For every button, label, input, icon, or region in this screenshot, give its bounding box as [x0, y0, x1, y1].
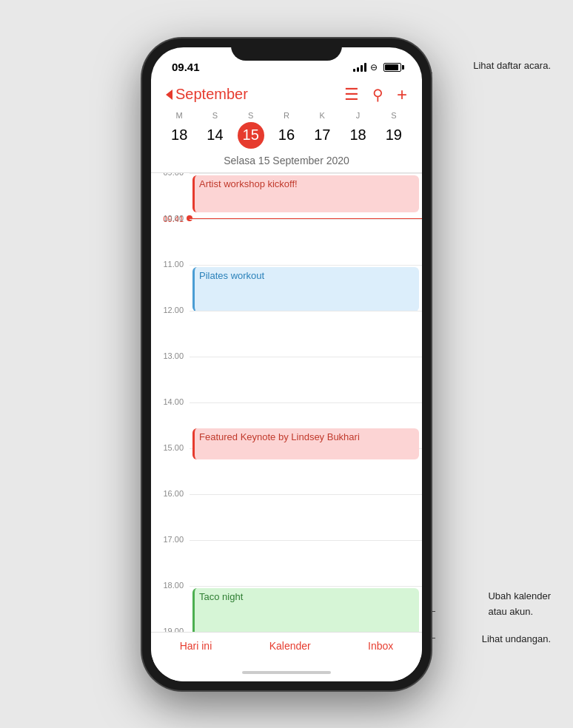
- time-line-09: Artist workshop kickoff!: [190, 173, 422, 219]
- signal-bar-4: [364, 63, 366, 72]
- week-day-label-j: J: [356, 111, 361, 120]
- time-line-18: Taco night: [190, 586, 422, 632]
- time-label-16: 16.00: [151, 489, 190, 535]
- time-row-15: 15.00 Featured Keynote by Lindsey Bukhar…: [151, 448, 422, 494]
- timeline[interactable]: 09.00 Artist workshop kickoff! 09.41: [151, 173, 422, 632]
- callout-inbox: Lihat undangan.: [482, 633, 551, 644]
- time-row-12: 12.00: [151, 311, 422, 357]
- event-pilates-title: Pilates workout: [199, 270, 264, 281]
- nav-month: September: [175, 86, 248, 103]
- time-label-15: 15.00: [151, 443, 190, 489]
- status-icons: ⊖: [353, 62, 401, 73]
- time-line-10: [190, 219, 422, 265]
- signal-bar-3: [361, 65, 363, 72]
- battery-icon: [383, 63, 401, 72]
- time-row-17: 17.00: [151, 540, 422, 586]
- event-keynote[interactable]: Featured Keynote by Lindsey Bukhari: [192, 428, 419, 459]
- home-bar: [242, 671, 331, 674]
- time-label-19: 19.00: [151, 627, 190, 632]
- event-artist-workshop-title: Artist workshop kickoff!: [199, 178, 298, 189]
- time-row-18: 18.00 Taco night: [151, 586, 422, 632]
- signal-bars: [353, 63, 366, 72]
- tab-bar: Hari ini Kalender Inbox: [151, 632, 422, 667]
- nav-icons: ☰ ⚲ +: [344, 84, 407, 105]
- signal-bar-1: [353, 69, 355, 72]
- phone-frame: 09.41 ⊖ Sep: [142, 38, 431, 690]
- week-day-num-mon: 18: [166, 122, 192, 149]
- tab-today[interactable]: Hari ini: [180, 640, 212, 652]
- event-taco-night-title: Taco night: [199, 591, 243, 602]
- time-row-16: 16.00: [151, 494, 422, 540]
- callout-calendar: Ubah kalenderatau akun.: [488, 589, 551, 620]
- add-icon[interactable]: +: [397, 84, 407, 105]
- back-chevron-icon: [166, 90, 172, 100]
- time-label-12: 12.00: [151, 306, 190, 351]
- time-line-12: [190, 311, 422, 357]
- time-line-16: [190, 494, 422, 540]
- week-day-num-s1: 14: [201, 122, 228, 149]
- tab-inbox[interactable]: Inbox: [368, 640, 393, 652]
- event-pilates[interactable]: Pilates workout: [192, 267, 419, 311]
- time-label-09: 09.00: [151, 173, 190, 214]
- time-label-14: 14.00: [151, 397, 190, 443]
- week-day-label-r: R: [284, 111, 289, 120]
- week-day-label-k: K: [320, 111, 325, 120]
- callout-events: Lihat daftar acara.: [473, 59, 551, 73]
- calendar-nav: September ☰ ⚲ +: [151, 80, 422, 111]
- week-day-num-k: 17: [309, 122, 335, 149]
- back-button[interactable]: September: [166, 86, 248, 103]
- week-day-label-s1: S: [212, 111, 218, 120]
- time-line-15: Featured Keynote by Lindsey Bukhari: [190, 448, 422, 494]
- search-icon[interactable]: ⚲: [372, 86, 383, 104]
- time-label-10: 10.00: [151, 214, 190, 260]
- time-row-09: 09.00 Artist workshop kickoff!: [151, 173, 422, 219]
- week-day-label-mon: M: [176, 111, 183, 120]
- event-keynote-title: Featured Keynote by Lindsey Bukhari: [199, 431, 360, 442]
- week-day-num-r: 16: [273, 122, 300, 149]
- week-day-col-k[interactable]: K 17: [304, 111, 340, 149]
- home-indicator: [151, 667, 422, 681]
- week-day-num-today: 15: [238, 122, 264, 149]
- week-day-col-s2[interactable]: S 19: [376, 111, 412, 149]
- time-label-11: 11.00: [151, 260, 190, 306]
- time-row-10: 10.00: [151, 219, 422, 265]
- signal-bar-2: [357, 67, 359, 72]
- date-subtitle: Selasa 15 September 2020: [151, 152, 422, 173]
- event-taco-night[interactable]: Taco night: [192, 588, 419, 632]
- week-day-col-j[interactable]: J 18: [340, 111, 375, 149]
- week-day-num-s2: 19: [381, 122, 407, 149]
- week-header: M 18 S 14 S 15 R 16 K 17: [151, 111, 422, 149]
- week-day-col-mon[interactable]: M 18: [161, 111, 197, 149]
- time-line-11: Pilates workout: [190, 265, 422, 311]
- event-artist-workshop[interactable]: Artist workshop kickoff!: [192, 175, 419, 212]
- time-label-18: 18.00: [151, 581, 190, 627]
- time-line-17: [190, 540, 422, 586]
- notch: [231, 38, 342, 61]
- battery-fill: [385, 64, 398, 70]
- list-icon[interactable]: ☰: [344, 85, 359, 104]
- outer-wrapper: Lihat daftar acara. Ubah kalenderatau ak…: [0, 0, 573, 728]
- time-label-17: 17.00: [151, 535, 190, 581]
- week-day-col-today[interactable]: S 15: [233, 111, 269, 149]
- time-label-13: 13.00: [151, 351, 190, 397]
- week-day-col-s1[interactable]: S 14: [197, 111, 232, 149]
- phone-screen: 09.41 ⊖ Sep: [151, 47, 422, 681]
- status-time: 09.41: [172, 61, 200, 73]
- tab-calendar[interactable]: Kalender: [269, 640, 311, 652]
- wifi-icon: ⊖: [370, 62, 378, 73]
- time-row-13: 13.00: [151, 357, 422, 402]
- week-day-label-today: S: [248, 111, 253, 120]
- time-line-13: [190, 357, 422, 402]
- week-day-label-s2: S: [391, 111, 396, 120]
- time-row-11: 11.00 Pilates workout: [151, 265, 422, 311]
- week-day-num-j: 18: [345, 122, 372, 149]
- week-day-col-r[interactable]: R 16: [269, 111, 304, 149]
